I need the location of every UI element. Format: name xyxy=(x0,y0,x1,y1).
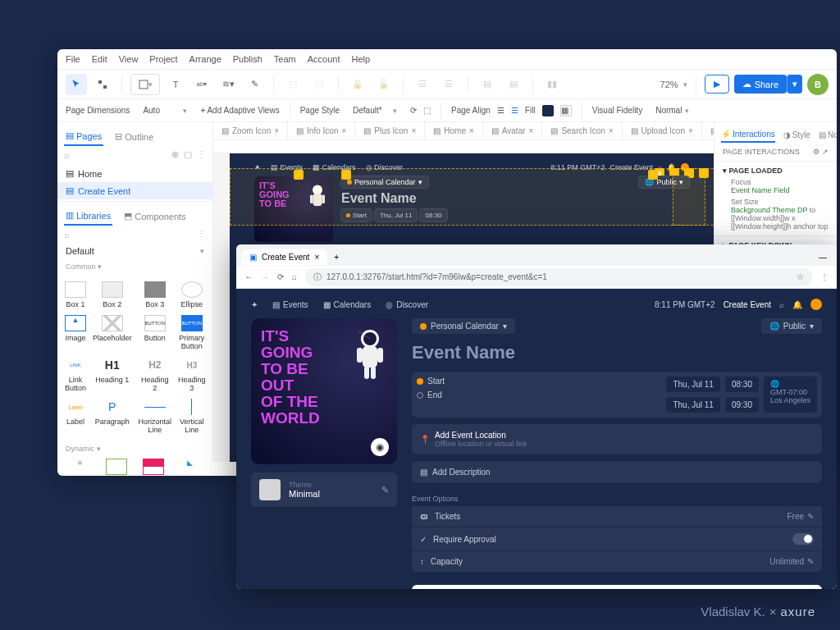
doc-tab[interactable]: ▤ Search Icon × xyxy=(542,122,622,139)
layer-tool[interactable]: ≋▾ xyxy=(217,74,239,95)
event-name-input[interactable]: Event Name xyxy=(412,340,822,365)
widget-rp[interactable] xyxy=(99,456,135,476)
chevron-down-icon[interactable]: ▾ xyxy=(683,80,687,89)
components-tab[interactable]: ⬒ Components xyxy=(122,207,187,226)
dist-tool[interactable]: ☰ xyxy=(438,74,459,95)
interactions-tab[interactable]: ⚡Interactions xyxy=(721,127,775,143)
align-left-icon[interactable]: ☰ xyxy=(497,106,504,115)
browser-tab[interactable]: ▣Create Event× xyxy=(241,249,327,265)
move-tool[interactable] xyxy=(92,74,113,95)
menu-help[interactable]: Help xyxy=(351,54,370,64)
address-bar[interactable]: ⓘ127.0.0.1:32767/start.html?id=7m96lw&p=… xyxy=(305,268,812,286)
folder-icon[interactable]: ▢ xyxy=(184,149,192,160)
widget-ellipse[interactable]: Ellipse xyxy=(176,279,208,311)
start-time[interactable]: 08:30 xyxy=(725,377,759,392)
end-date[interactable]: Thu, Jul 11 xyxy=(666,397,719,413)
widget-primary-btn[interactable]: BUTTONPrimary Button xyxy=(176,313,208,353)
menu-arrange[interactable]: Arrange xyxy=(189,54,221,64)
preview-button[interactable]: ▶ xyxy=(705,75,729,94)
menu-edit[interactable]: Edit xyxy=(92,54,107,64)
location-card[interactable]: 📍 Add Event Location Offline location or… xyxy=(412,424,822,454)
outline-tab[interactable]: ⊟ Outline xyxy=(113,127,155,146)
menu-file[interactable]: File xyxy=(66,54,80,64)
menu-view[interactable]: View xyxy=(119,54,139,64)
input-tool[interactable]: ab▾ xyxy=(191,74,212,95)
widget-h3[interactable]: H3Heading 3 xyxy=(176,354,208,395)
doc-tab[interactable]: ▤ Edit Icon × xyxy=(702,122,714,139)
reload-icon[interactable]: ⟳ xyxy=(277,272,284,281)
user-avatar[interactable]: B xyxy=(807,74,829,95)
doc-tab[interactable]: ▤ Zoom Icon × xyxy=(213,122,288,139)
size-target[interactable]: Background Theme DP xyxy=(731,206,807,214)
pen-tool[interactable]: ✎ xyxy=(244,74,265,95)
nav-events[interactable]: ▤ Events xyxy=(272,300,308,309)
lib-select[interactable]: Default▾ xyxy=(57,243,212,259)
fill-pattern[interactable]: ▦ xyxy=(560,105,572,116)
widget-table[interactable] xyxy=(136,456,171,476)
menu-publish[interactable]: Publish xyxy=(233,54,262,64)
widget-h2[interactable]: H2Heading 2 xyxy=(136,354,175,395)
minimize-icon[interactable]: — xyxy=(814,253,832,262)
nav-discover[interactable]: ◎ Discover xyxy=(386,300,428,309)
start-date[interactable]: Thu, Jul 11 xyxy=(666,377,719,392)
page-create-event[interactable]: ▤ Create Event xyxy=(57,182,212,199)
more-tool[interactable]: ▮▮ xyxy=(541,74,563,95)
focus-target[interactable]: Event Name Field xyxy=(731,186,829,194)
rect-tool[interactable]: ▾ xyxy=(130,74,160,95)
menu-account[interactable]: Account xyxy=(308,54,340,64)
group-tool[interactable]: ⬚ xyxy=(282,74,304,95)
pages-search[interactable]: ⌕ ⊕ ▢ ⋮ xyxy=(57,146,212,163)
widget-vline[interactable]: Vertical Line xyxy=(176,396,208,436)
zoom-value[interactable]: 72% xyxy=(660,80,678,89)
forward-icon[interactable]: → xyxy=(261,272,269,281)
logo-icon[interactable]: ✦ xyxy=(251,300,258,309)
create-event-button[interactable]: Create Event xyxy=(412,585,822,589)
widget-button[interactable]: BUTTONButton xyxy=(136,313,175,353)
nav-create[interactable]: Create Event xyxy=(724,300,771,309)
lib-search[interactable]: ⌕⋮ xyxy=(57,226,212,243)
visual-fidelity-select[interactable]: Normal▾ xyxy=(649,103,696,117)
widget-box2[interactable]: Box 2 xyxy=(90,279,135,311)
unlock-tool[interactable]: 🔓 xyxy=(373,74,395,95)
search-icon[interactable]: ⌕ xyxy=(779,300,784,309)
page-style-select[interactable]: Default*▾ xyxy=(346,103,404,117)
tickets-option[interactable]: 🎟 Tickets Free ✎ xyxy=(412,506,822,527)
widget-paragraph[interactable]: PParagraph xyxy=(90,396,135,436)
widget-h1[interactable]: H1Heading 1 xyxy=(90,354,135,395)
pencil-icon[interactable]: ✎ xyxy=(807,512,814,521)
event-poster[interactable]: IT'S GOING TO BE OUT OF THE WORLD ◉ xyxy=(251,318,397,464)
close-icon[interactable]: × xyxy=(314,253,319,262)
widget-placeholder[interactable]: Placeholder xyxy=(90,313,135,353)
star-icon[interactable]: ☆ xyxy=(797,272,804,281)
widget-link[interactable]: LINKLink Button xyxy=(62,354,89,395)
doc-tab[interactable]: ▤ Avatar × xyxy=(483,122,543,139)
page-dim-select[interactable]: Auto▾ xyxy=(136,103,194,117)
fill-swatch[interactable] xyxy=(542,105,554,116)
home-icon[interactable]: ⌂ xyxy=(292,272,297,281)
doc-tab[interactable]: ▤ Info Icon × xyxy=(288,122,355,139)
approval-toggle[interactable] xyxy=(792,533,814,545)
text-tool[interactable]: T xyxy=(165,74,186,95)
pages-tab[interactable]: ▤ Pages xyxy=(64,127,103,146)
align-center-icon[interactable]: ☰ xyxy=(511,106,518,115)
ungroup-tool[interactable]: ⬚ xyxy=(308,74,330,95)
add-page-icon[interactable]: ⊕ xyxy=(171,149,179,160)
widget-box1[interactable]: Box 1 xyxy=(62,279,89,311)
link-icon[interactable]: ⟳ xyxy=(410,106,417,115)
user-avatar[interactable] xyxy=(810,299,822,310)
menu-project[interactable]: Project xyxy=(149,54,177,64)
doc-tab[interactable]: ▤ Home × xyxy=(425,122,483,139)
description-card[interactable]: ▤ Add Description xyxy=(412,461,822,483)
widget-label[interactable]: LabelLabel xyxy=(62,396,89,436)
page-home[interactable]: ▤ Home xyxy=(57,165,212,182)
notes-tab[interactable]: ▤Notes xyxy=(819,127,837,143)
end-time[interactable]: 09:30 xyxy=(725,397,759,413)
script-icon[interactable]: ⬚ xyxy=(423,106,431,115)
timezone[interactable]: 🌐 GMT-07:00 Los Angeles xyxy=(764,377,817,413)
lock-tool[interactable]: 🔒 xyxy=(347,74,368,95)
widget-hline[interactable]: Horizontal Line xyxy=(136,396,175,436)
widget-box3[interactable]: Box 3 xyxy=(136,279,175,311)
calendar-chip[interactable]: Personal Calendar ▾ xyxy=(412,318,515,334)
widget-more[interactable]: ◣ xyxy=(172,456,208,476)
menu-icon[interactable]: ⋮ xyxy=(820,272,829,281)
